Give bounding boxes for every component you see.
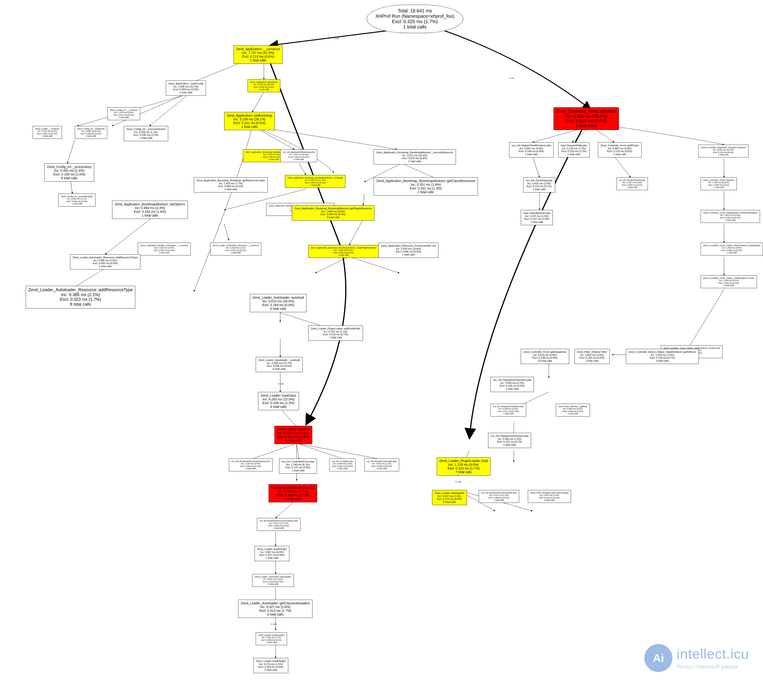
root-excl: Excl: 0.325 ms (1.7%) — [375, 19, 454, 24]
node-zend-ctrl-dispatcher-std-dispatch[interactable]: Zend_Controller_Dispatcher_Standard::dis… — [698, 145, 749, 158]
node-zend-ctrl-front-getdispatcher[interactable]: Zend_Controller_Front::getDispatcher Inc… — [521, 349, 569, 364]
node-run-init-modautoloader[interactable]: run_init::Module/Autoloader.php Inc: 0.2… — [364, 458, 399, 471]
node-run-init-dispatcher-std[interactable]: run_init::Dispatcher/Standard.php Inc: 0… — [490, 377, 534, 392]
node-zend-app-bsabs-setopts[interactable]: Zend_Application_BootstrapAbstract::setO… — [112, 201, 188, 219]
node-zend-loader-autoloader-res-addtypes[interactable]: Zend_Loader_Autoloader_Resource::addReso… — [70, 254, 140, 269]
node-misc-small-3[interactable]: Zend_Controller_Action_Helper_ViewRender… — [700, 243, 763, 256]
node-zend-loader-loadclass-at2[interactable]: Zend_Loader::loadClass@2 Inc: 0.499 ms (… — [256, 632, 287, 645]
node-zend-loader-autoloader-autoload[interactable]: Zend_Loader_Autoloader::autoload Inc: 5.… — [250, 294, 306, 312]
root-calls: 1 total calls — [375, 24, 454, 30]
node-load-request-http[interactable]: load::Request/Http.php Inc: 0.218 ms (1.… — [558, 142, 590, 158]
brand-watermark: Ai intellect.icu Искусственный разум — [644, 644, 749, 672]
node-zend-app-setoptions[interactable]: Zend_Application::setOptions Inc: 5.349 … — [248, 79, 280, 92]
node-run-init-dispatcher-abs[interactable]: run_init::Dispatcher/Abstract.php Inc: 0… — [490, 404, 526, 417]
node-zend-application-construct[interactable]: Zend_Application::__construct Inc: 7.737… — [233, 45, 283, 64]
node-zend-app-bsabs-execute[interactable]: Zend_Application_Bootstrap_BootstrapAbst… — [374, 149, 456, 164]
edge-label: 1 call — [509, 77, 514, 79]
node-run-init-controllerfront[interactable]: run_init::Controller/Front.php Inc: 1.14… — [279, 458, 317, 473]
edge-label: 6 calls — [456, 481, 462, 483]
node-zend-ctrl-action-helper-vr-getinflector[interactable]: Zend_Controller_Action_Helper_ViewRender… — [626, 349, 699, 364]
node-zend-loader-autoloader-construct[interactable]: Zend_Loader_Autoloader_Resource::__const… — [210, 243, 261, 256]
brand-subtitle: Искусственный разум — [677, 663, 749, 670]
node-zend-filter-inflector-filter[interactable]: Zend_Filter_Inflector::filter Inc: 0.492… — [575, 349, 609, 364]
node-zend-loader-pluginloader-load[interactable]: Zend_Loader_PluginLoader::load Inc: 1.11… — [437, 457, 490, 475]
node-zend-loader-loadfile-at2[interactable]: Zend_Loader::loadFile@2 Inc: 0.274 ms (1… — [254, 658, 288, 673]
xhprof-callgraph: Total: 18.641 ms XHProf Run (Namespace=x… — [0, 0, 763, 700]
node-zend-app-bsabs-getpluginres[interactable]: Zend_Application_Bootstrap_BootstrapAbst… — [292, 205, 374, 220]
node-zend-config-construct[interactable]: Zend_Config::__construct Inc: 0.241 ms (… — [33, 126, 62, 139]
node-run-init-configini[interactable]: run_init::Config/Ini.php Inc: 0.295 ms (… — [329, 458, 356, 471]
node-zend-config-ini-processsection[interactable]: Zend_Config_Ini::_processSection Inc: 0.… — [124, 126, 168, 141]
node-zend-loader-autoloader-autoload-at1[interactable]: Zend_Loader_Autoloader::autoload@1 Inc: … — [252, 574, 294, 587]
node-zend-loader-pl-addprefixpath[interactable]: Zend_Loader_PluginLoader::addPrefixPath … — [308, 325, 363, 341]
node-run-init-res-fc[interactable]: run_init::Resource/Frontcontroller.php I… — [479, 490, 519, 503]
root-total: Total: 18.641 ms — [375, 8, 454, 14]
node-load-view-abstract[interactable]: load::View/Abstract.php Inc: 0.187 ms (1… — [521, 210, 553, 225]
edge-label: 1 call — [334, 38, 339, 40]
node-zend-loader-autoloader-res-addtype[interactable]: Zend_Loader_Autoloader_Resource::addReso… — [26, 286, 135, 308]
node-zend-app-bs-getresourceloader[interactable]: Zend_Application_Bootstrap_Bootstrap::ge… — [194, 177, 268, 192]
edge-label: 8 calls — [271, 623, 277, 625]
node-zend-config-ini-processkey-at1[interactable]: Zend_Config_Ini::_processKey@1 Inc: 0.20… — [58, 194, 96, 206]
brand-title: intellect.icu — [677, 646, 749, 662]
node-zend-app-mod-autoloader-construct[interactable]: Zend_Application_Module_Autoloader::__co… — [138, 243, 191, 256]
node-zend-loader-autoloader-autoload2[interactable]: Zend_Loader_Autoloader::_autoload Inc: 4… — [256, 357, 303, 372]
node-zend-controller-front-dispatch[interactable]: Zend_Controller_Front::dispatch Inc: 6.6… — [553, 107, 619, 130]
node-run-init-bs-resourceabs[interactable]: run_init::Bootstrap/ResourceAbstract.php… — [257, 518, 301, 531]
node-zend-loader-loadclass[interactable]: Zend_Loader::loadClass Inc: 4.263 ms (22… — [258, 392, 299, 410]
node-run-init-dispatcher-iface[interactable]: run_init::Dispatcher/Interface.php Inc: … — [488, 433, 531, 448]
node-zend-config-ini-construct[interactable]: Zend_Config_Ini::__construct Inc: 1.070 … — [107, 107, 140, 120]
node-zend-loader-loadfile-at1[interactable]: Zend_Loader::loadFile@1 Inc: 0.967 ms (4… — [255, 546, 289, 561]
node-zend-filter-inflector-rule[interactable]: Zend_Filter_Inflector::_getRule Inc: 0.6… — [556, 404, 590, 417]
edge-label: 6 calls — [278, 383, 284, 385]
root-node: Total: 18.641 ms XHProf Run (Namespace=x… — [367, 5, 463, 33]
node-zend-config-ini-loadinifile[interactable]: Zend_Config_Ini::_loadIniFile Inc: 0.539… — [75, 126, 107, 139]
node-zend-loader-loadfile[interactable]: Zend_Loader::loadFile Inc: 3.951 ms (21.… — [274, 426, 312, 444]
node-zend-app-bs-configure[interactable]: Zend_Application_Bootstrap_BootstrapAbst… — [285, 175, 345, 188]
node-zend-config-ini-processkey[interactable]: Zend_Config_Ini::_processKey Inc: 0.442 … — [44, 163, 94, 181]
node-run-init-zend-view[interactable]: run_init::Zend/View.php Inc: 0.425 ms (2… — [523, 177, 555, 192]
node-run-init-helperviewrenderer[interactable]: run_init::Helper/ViewRenderer.php Inc: 0… — [509, 142, 553, 158]
node-zend-app-setbootstrap[interactable]: Zend_Application::setBootstrap Inc: 5.23… — [224, 112, 275, 130]
node-load-action-helperbroker[interactable]: load::Action/HelperBroker.php Inc: 0.683… — [269, 484, 317, 502]
root-title: XHProf Run (Namespace=xhprof_foo) — [375, 14, 454, 19]
node-zend-filter-string-setmatch[interactable]: Zend_Filter_StringToLower::setEncoding I… — [528, 490, 571, 503]
node-zend-app-res-fc-init[interactable]: Zend_Application_Resource_Frontcontrolle… — [378, 243, 439, 258]
node-zend-loader-isreadable[interactable]: Zend_Loader::isReadable Inc: 0.297 ms (1… — [432, 490, 467, 505]
node-zend-loader-autoloader-getclassal[interactable]: Zend_Loader_Autoloader::getClassAutoload… — [238, 600, 312, 618]
brand-logo-icon: Ai — [644, 644, 672, 672]
node-zend-app-bsabs-getclassres[interactable]: Zend_Application_Bootstrap_BootstrapAbst… — [374, 177, 478, 195]
node-run-init-routerrewrite[interactable]: run_init::Router/Rewrite.php Inc: 0.392 … — [617, 177, 648, 190]
node-misc-small-1[interactable]: Zend_Controller_Action::dispatch Inc: 2.… — [700, 177, 737, 190]
node-zend-controller-front-getrouter[interactable]: Zend_Controller_Front::getRouter Inc: 0.… — [598, 142, 642, 158]
node-misc-small-2[interactable]: Zend_Controller_Action_HelperBroker::not… — [700, 210, 760, 223]
node-run-init-bs-php[interactable]: run_init::application/Bootstrap.php Inc:… — [280, 149, 317, 162]
node-zend-app-bs-loadpluginres[interactable]: Zend_Application_Bootstrap_BootstrapAbst… — [308, 245, 379, 258]
node-zend-app-loadconfig[interactable]: Zend_Application::_loadConfig Inc: 1.995… — [166, 81, 206, 96]
node-misc-small-4[interactable]: Zend_Controller_Action_Helper_ViewRender… — [700, 275, 757, 288]
node-run-init-bootstrapabs[interactable]: run_init::Bootstrap/BootstrapAbstract.ph… — [229, 458, 273, 471]
